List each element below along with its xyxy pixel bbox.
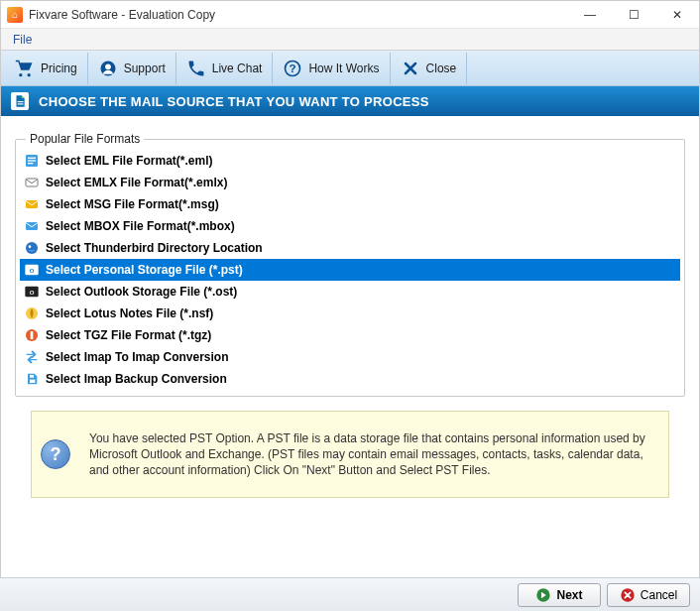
- support-button[interactable]: Support: [88, 53, 176, 84]
- eml-icon: [24, 153, 40, 169]
- window-controls: — ☐ ✕: [568, 1, 699, 29]
- formats-legend: Popular File Formats: [26, 132, 144, 146]
- format-option[interactable]: Select TGZ File Format (*.tgz): [20, 324, 680, 346]
- svg-text:?: ?: [290, 61, 296, 74]
- close-tool-button[interactable]: Close: [391, 53, 468, 84]
- minimize-button[interactable]: —: [568, 1, 612, 29]
- footer: Next Cancel: [0, 577, 700, 611]
- format-option-label: Select Outlook Storage File (*.ost): [46, 285, 237, 299]
- imapbackup-icon: [24, 371, 40, 387]
- x-icon: [401, 59, 420, 78]
- livechat-label: Live Chat: [212, 61, 263, 75]
- cancel-x-icon: [620, 587, 636, 603]
- svg-rect-9: [28, 163, 33, 164]
- support-label: Support: [124, 61, 166, 75]
- format-option[interactable]: Select Imap To Imap Conversion: [20, 346, 680, 368]
- imap-icon: [24, 349, 40, 365]
- title-bar: ⌂ Fixvare Software - Evaluation Copy — ☐…: [1, 1, 699, 29]
- formats-group: Popular File Formats Select EML File For…: [15, 132, 685, 397]
- svg-text:O: O: [30, 268, 35, 274]
- info-box: ? You have selected PST Option. A PST fi…: [31, 411, 669, 498]
- next-arrow-icon: [535, 587, 551, 603]
- svg-rect-22: [30, 375, 34, 378]
- svg-rect-8: [28, 160, 36, 161]
- pricing-label: Pricing: [41, 61, 77, 75]
- format-option[interactable]: Select EML File Format(*.eml): [20, 150, 680, 172]
- format-option-label: Select Personal Storage File (*.pst): [46, 263, 243, 277]
- format-option[interactable]: Select Thunderbird Directory Location: [20, 237, 680, 259]
- svg-rect-23: [30, 380, 35, 383]
- format-option-label: Select EMLX File Format(*.emlx): [46, 176, 227, 189]
- format-option-label: Select Imap Backup Conversion: [46, 372, 227, 386]
- close-tool-label: Close: [426, 61, 457, 75]
- next-label: Next: [556, 588, 582, 602]
- cancel-label: Cancel: [641, 588, 677, 602]
- mbox-icon: [24, 218, 40, 234]
- howitworks-label: How It Works: [308, 61, 379, 75]
- maximize-button[interactable]: ☐: [612, 1, 655, 29]
- format-option[interactable]: Select MSG File Format(*.msg): [20, 193, 680, 215]
- format-option[interactable]: Select Imap Backup Conversion: [20, 368, 680, 390]
- toolbar: Pricing Support Live Chat ? How It Works…: [1, 51, 699, 86]
- svg-rect-12: [26, 222, 38, 230]
- format-option[interactable]: Select Lotus Notes File (*.nsf): [20, 303, 680, 324]
- info-text: You have selected PST Option. A PST file…: [89, 430, 656, 479]
- app-icon: ⌂: [7, 7, 23, 23]
- format-option-label: Select Imap To Imap Conversion: [46, 350, 229, 364]
- format-option[interactable]: Select MBOX File Format(*.mbox): [20, 215, 680, 237]
- lotus-icon: [24, 306, 40, 321]
- format-option[interactable]: OSelect Personal Storage File (*.pst): [20, 259, 680, 281]
- cancel-button[interactable]: Cancel: [607, 583, 690, 607]
- format-option-label: Select MSG File Format(*.msg): [46, 197, 219, 211]
- format-option-label: Select Lotus Notes File (*.nsf): [46, 306, 213, 320]
- main-content: Popular File Formats Select EML File For…: [1, 116, 699, 403]
- banner-text: CHOOSE THE MAIL SOURCE THAT YOU WANT TO …: [39, 94, 429, 109]
- format-option-label: Select EML File Format(*.eml): [46, 154, 213, 168]
- svg-point-13: [26, 242, 38, 254]
- banner: CHOOSE THE MAIL SOURCE THAT YOU WANT TO …: [1, 86, 699, 116]
- svg-rect-5: [18, 103, 24, 104]
- format-option[interactable]: Select EMLX File Format(*.emlx): [20, 172, 680, 193]
- help-icon: ?: [34, 439, 77, 469]
- svg-point-1: [105, 63, 111, 69]
- headset-icon: [98, 59, 118, 78]
- menu-file[interactable]: File: [5, 31, 40, 49]
- pst-icon: O: [24, 262, 40, 278]
- format-option[interactable]: OSelect Outlook Storage File (*.ost): [20, 281, 680, 303]
- emlx-icon: [24, 175, 40, 190]
- ost-icon: O: [24, 284, 40, 300]
- question-icon: ?: [283, 59, 302, 78]
- svg-rect-7: [28, 158, 36, 159]
- phone-icon: [186, 59, 206, 78]
- menu-bar: File: [1, 29, 699, 51]
- document-icon: [11, 92, 29, 110]
- livechat-button[interactable]: Live Chat: [176, 53, 274, 84]
- tgz-icon: [24, 327, 40, 343]
- howitworks-button[interactable]: ? How It Works: [273, 53, 390, 84]
- svg-point-14: [29, 245, 32, 248]
- format-option-label: Select MBOX File Format(*.mbox): [46, 219, 235, 233]
- next-button[interactable]: Next: [518, 583, 601, 607]
- window-title: Fixvare Software - Evaluation Copy: [29, 8, 215, 22]
- svg-rect-10: [26, 179, 38, 186]
- svg-rect-4: [18, 101, 24, 102]
- format-option-label: Select Thunderbird Directory Location: [46, 241, 263, 255]
- close-window-button[interactable]: ✕: [655, 1, 699, 29]
- cart-icon: [15, 59, 35, 78]
- svg-rect-21: [31, 331, 34, 339]
- pricing-button[interactable]: Pricing: [5, 53, 88, 84]
- info-wrapper: ? You have selected PST Option. A PST fi…: [1, 403, 699, 498]
- msg-icon: [24, 196, 40, 212]
- svg-rect-11: [26, 200, 38, 208]
- thunderbird-icon: [24, 240, 40, 256]
- formats-list: Select EML File Format(*.eml)Select EMLX…: [20, 150, 680, 390]
- svg-text:O: O: [30, 290, 35, 296]
- format-option-label: Select TGZ File Format (*.tgz): [46, 328, 211, 342]
